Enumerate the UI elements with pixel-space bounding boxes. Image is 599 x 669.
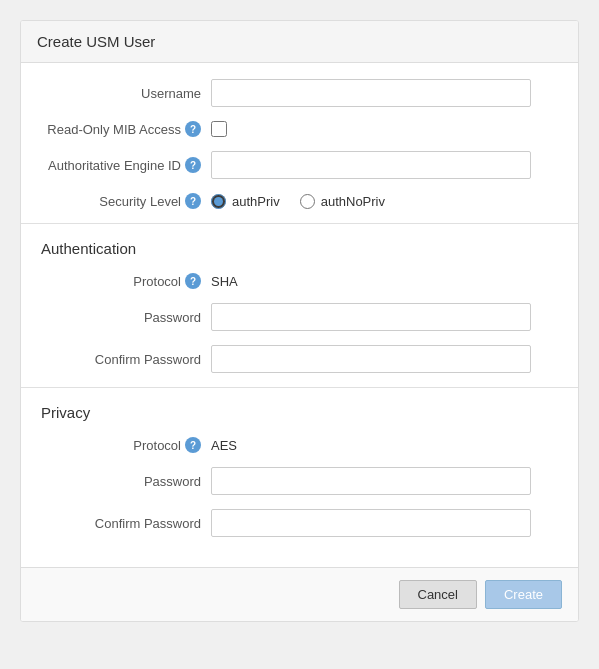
- auth-confirm-password-label: Confirm Password: [41, 352, 211, 367]
- auth-section-divider: [21, 223, 578, 224]
- authpriv-radio-text: authPriv: [232, 194, 280, 209]
- privacy-password-label: Password: [41, 474, 211, 489]
- authpriv-radio-label[interactable]: authPriv: [211, 194, 280, 209]
- privacy-section-divider: [21, 387, 578, 388]
- auth-protocol-row: Protocol ? SHA: [21, 273, 578, 289]
- authentication-section-title: Authentication: [21, 240, 578, 257]
- auth-engine-id-help-icon[interactable]: ?: [185, 157, 201, 173]
- auth-protocol-value: SHA: [211, 274, 238, 289]
- security-level-label: Security Level ?: [41, 193, 211, 209]
- privacy-protocol-row: Protocol ? AES: [21, 437, 578, 453]
- readonly-mib-label: Read-Only MIB Access ?: [41, 121, 211, 137]
- auth-protocol-label: Protocol ?: [41, 273, 211, 289]
- privacy-password-row: Password: [21, 467, 578, 495]
- username-row: Username: [21, 79, 578, 107]
- auth-engine-id-label: Authoritative Engine ID ?: [41, 157, 211, 173]
- security-level-help-icon[interactable]: ?: [185, 193, 201, 209]
- panel-body: Username Read-Only MIB Access ? Authorit…: [21, 63, 578, 567]
- panel-footer: Cancel Create: [21, 567, 578, 621]
- readonly-mib-checkbox[interactable]: [211, 121, 227, 137]
- create-button[interactable]: Create: [485, 580, 562, 609]
- auth-confirm-password-input[interactable]: [211, 345, 531, 373]
- privacy-protocol-help-icon[interactable]: ?: [185, 437, 201, 453]
- privacy-confirm-password-label: Confirm Password: [41, 516, 211, 531]
- privacy-protocol-value: AES: [211, 438, 237, 453]
- username-input[interactable]: [211, 79, 531, 107]
- authnoproiv-radio-text: authNoPriv: [321, 194, 385, 209]
- privacy-confirm-password-row: Confirm Password: [21, 509, 578, 537]
- authpriv-radio[interactable]: [211, 194, 226, 209]
- auth-engine-id-row: Authoritative Engine ID ?: [21, 151, 578, 179]
- authnoproiv-radio-label[interactable]: authNoPriv: [300, 194, 385, 209]
- privacy-password-input[interactable]: [211, 467, 531, 495]
- create-usm-user-panel: Create USM User Username Read-Only MIB A…: [20, 20, 579, 622]
- privacy-section-title: Privacy: [21, 404, 578, 421]
- privacy-confirm-password-input[interactable]: [211, 509, 531, 537]
- security-level-row: Security Level ? authPriv authNoPriv: [21, 193, 578, 209]
- auth-password-label: Password: [41, 310, 211, 325]
- readonly-mib-help-icon[interactable]: ?: [185, 121, 201, 137]
- auth-password-row: Password: [21, 303, 578, 331]
- cancel-button[interactable]: Cancel: [399, 580, 477, 609]
- auth-confirm-password-row: Confirm Password: [21, 345, 578, 373]
- privacy-protocol-label: Protocol ?: [41, 437, 211, 453]
- authnoproiv-radio[interactable]: [300, 194, 315, 209]
- auth-password-input[interactable]: [211, 303, 531, 331]
- panel-title: Create USM User: [21, 21, 578, 63]
- security-level-radio-group: authPriv authNoPriv: [211, 194, 385, 209]
- readonly-mib-row: Read-Only MIB Access ?: [21, 121, 578, 137]
- auth-engine-id-input[interactable]: [211, 151, 531, 179]
- username-label: Username: [41, 86, 211, 101]
- auth-protocol-help-icon[interactable]: ?: [185, 273, 201, 289]
